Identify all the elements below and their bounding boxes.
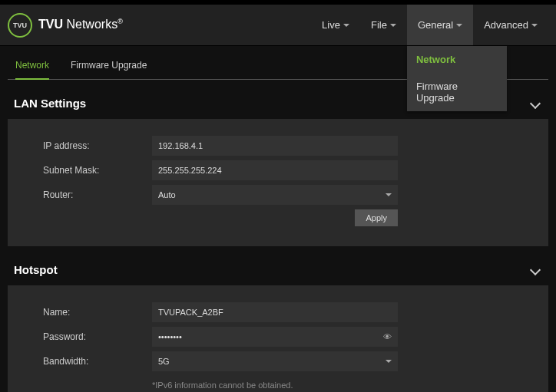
brand-name-rest: Networks <box>63 18 117 31</box>
header-bar: TVU TVU Networks® Live File General Netw… <box>0 5 556 46</box>
nav-general-label: General <box>418 19 453 31</box>
dropdown-item-firmware[interactable]: Firmware Upgrade <box>407 73 507 111</box>
hotspot-name-input[interactable] <box>152 302 398 322</box>
chevron-down-icon <box>390 24 396 27</box>
lan-ip-input[interactable] <box>152 136 398 156</box>
hotspot-note: *IPv6 information cannot be obtained. <box>152 380 293 390</box>
lan-apply-button[interactable]: Apply <box>355 209 398 226</box>
nav-advanced[interactable]: Advanced <box>473 5 548 45</box>
chevron-down-icon <box>343 24 349 27</box>
lan-ip-row: IP address: <box>22 136 534 156</box>
hotspot-password-input[interactable] <box>152 327 398 347</box>
hotspot-note-row: *IPv6 information cannot be obtained. <box>22 376 534 390</box>
lan-panel: IP address: Subnet Mask: Router: Apply <box>8 119 548 246</box>
hotspot-bandwidth-select[interactable] <box>152 351 398 371</box>
nav-file-label: File <box>371 19 387 31</box>
lan-subnet-input[interactable] <box>152 160 398 180</box>
brand-registered: ® <box>117 18 123 25</box>
hotspot-bandwidth-row: Bandwidth: <box>22 351 534 371</box>
hotspot-title: Hotspot <box>14 263 58 276</box>
hotspot-bandwidth-value[interactable] <box>152 351 398 371</box>
lan-router-row: Router: <box>22 185 534 205</box>
chevron-down-icon <box>456 24 462 27</box>
brand-badge: TVU <box>8 13 32 38</box>
hotspot-name-label: Name: <box>22 307 152 318</box>
content-area: LAN Settings IP address: Subnet Mask: Ro… <box>0 80 556 392</box>
tab-firmware[interactable]: Firmware Upgrade <box>71 60 147 80</box>
general-dropdown: Network Firmware Upgrade <box>407 46 507 111</box>
lan-router-label: Router: <box>22 189 152 200</box>
brand-logo: TVU TVU Networks® <box>8 13 123 38</box>
lan-title: LAN Settings <box>14 97 86 110</box>
lan-ip-label: IP address: <box>22 140 152 151</box>
brand-name-bold: TVU <box>38 18 63 31</box>
lan-subnet-row: Subnet Mask: <box>22 160 534 180</box>
brand-name: TVU Networks® <box>38 18 123 31</box>
hotspot-name-row: Name: <box>22 302 534 322</box>
hotspot-password-row: Password: 👁 <box>22 327 534 347</box>
lan-subnet-label: Subnet Mask: <box>22 165 152 176</box>
lan-router-select[interactable] <box>152 185 398 205</box>
nav-general[interactable]: General Network Firmware Upgrade <box>407 5 473 45</box>
hotspot-password-wrap: 👁 <box>152 327 398 347</box>
hotspot-panel: Name: Password: 👁 Bandwidth: *IPv6 infor… <box>8 285 548 392</box>
tab-network[interactable]: Network <box>15 60 49 80</box>
lan-apply-row: Apply <box>22 209 534 226</box>
lan-router-value[interactable] <box>152 185 398 205</box>
hotspot-password-label: Password: <box>22 331 152 342</box>
hotspot-section-header[interactable]: Hotspot <box>8 246 548 285</box>
chevron-down-icon <box>530 264 541 275</box>
nav-file[interactable]: File <box>360 5 407 45</box>
hotspot-bandwidth-label: Bandwidth: <box>22 356 152 367</box>
chevron-down-icon <box>530 97 541 108</box>
dropdown-item-network[interactable]: Network <box>407 46 507 73</box>
nav-live-label: Live <box>322 19 340 31</box>
chevron-down-icon <box>531 24 538 27</box>
nav-live[interactable]: Live <box>311 5 360 45</box>
top-nav: Live File General Network Firmware Upgra… <box>311 5 548 45</box>
nav-advanced-label: Advanced <box>484 19 528 31</box>
